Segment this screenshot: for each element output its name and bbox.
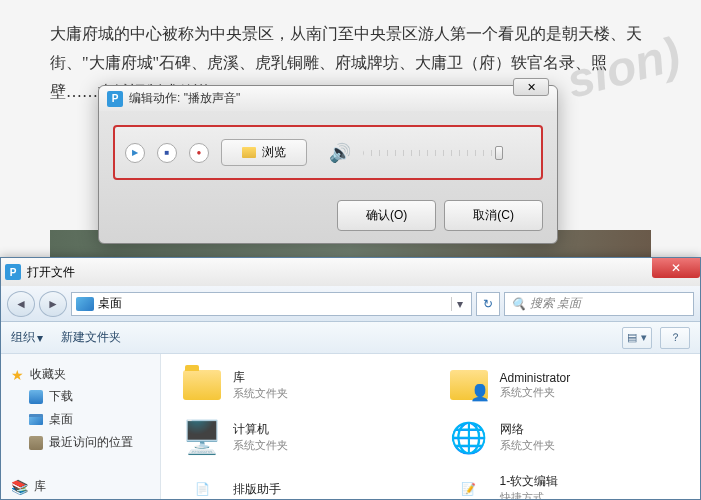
sidebar-item-recent[interactable]: 最近访问的位置 [11, 431, 150, 454]
libraries-folder-icon [181, 366, 223, 404]
user-folder-icon [448, 366, 490, 404]
browse-button[interactable]: 浏览 [221, 139, 307, 166]
network-icon: 🌐 [448, 418, 490, 456]
file-dialog-body: ★ 收藏夹 下载 桌面 最近访问的位置 📚 [1, 354, 700, 499]
file-item-computer[interactable]: 🖥️ 计算机 系统文件夹 [179, 416, 416, 458]
search-input[interactable]: 🔍 搜索 桌面 [504, 292, 694, 316]
sidebar-item-downloads[interactable]: 下载 [11, 385, 150, 408]
close-icon: ✕ [527, 81, 536, 94]
search-icon: 🔍 [511, 297, 526, 311]
sidebar-libraries-group: 📚 库 [1, 472, 160, 500]
address-bar[interactable]: 桌面 ▾ [71, 292, 472, 316]
close-icon: ✕ [671, 261, 681, 275]
desktop-icon [76, 297, 94, 311]
sidebar-libraries-header[interactable]: 📚 库 [11, 476, 150, 497]
open-file-dialog: P 打开文件 ✕ ◄ ► 桌面 ▾ ↻ 🔍 搜索 桌面 组织 ▾ 新建文件夹 ▤… [0, 257, 701, 500]
edit-dialog-title: 编辑动作: "播放声音" [129, 90, 549, 107]
edit-dialog-footer: 确认(O) 取消(C) [99, 194, 557, 243]
path-dropdown-icon[interactable]: ▾ [451, 297, 467, 311]
forward-button[interactable]: ► [39, 291, 67, 317]
file-dialog-close-button[interactable]: ✕ [652, 258, 700, 278]
downloads-icon [29, 390, 43, 404]
edit-action-dialog: ✕ P 编辑动作: "播放声音" ▶ ■ ● 浏览 🔊 确认(O) 取消(C) [98, 85, 558, 244]
stop-button[interactable]: ■ [157, 143, 177, 163]
ok-button[interactable]: 确认(O) [337, 200, 436, 231]
file-item-network[interactable]: 🌐 网络 系统文件夹 [446, 416, 683, 458]
shortcut-icon: 📝 [448, 470, 490, 499]
file-item-administrator[interactable]: Administrator 系统文件夹 [446, 364, 683, 406]
file-list: 库 系统文件夹 Administrator 系统文件夹 🖥️ 计算机 系统文 [161, 354, 700, 499]
browse-label: 浏览 [262, 144, 286, 161]
sidebar-favorites-group: ★ 收藏夹 下载 桌面 最近访问的位置 [1, 360, 160, 458]
record-button[interactable]: ● [189, 143, 209, 163]
cancel-button[interactable]: 取消(C) [444, 200, 543, 231]
sound-controls-panel: ▶ ■ ● 浏览 🔊 [113, 125, 543, 180]
file-icon: 📄 [181, 470, 223, 499]
sidebar: ★ 收藏夹 下载 桌面 最近访问的位置 📚 [1, 354, 161, 499]
star-icon: ★ [11, 367, 24, 383]
edit-dialog-body: ▶ ■ ● 浏览 🔊 [99, 111, 557, 194]
recent-icon [29, 436, 43, 450]
volume-thumb[interactable] [495, 146, 503, 160]
file-dialog-title: 打开文件 [27, 264, 75, 281]
folder-icon [242, 147, 256, 158]
file-item-libraries[interactable]: 库 系统文件夹 [179, 364, 416, 406]
speaker-icon: 🔊 [329, 142, 351, 164]
app-icon: P [107, 91, 123, 107]
library-icon: 📚 [11, 479, 28, 495]
play-button[interactable]: ▶ [125, 143, 145, 163]
path-text: 桌面 [98, 295, 447, 312]
chevron-down-icon: ▾ [37, 331, 43, 345]
file-item-shortcut[interactable]: 📝 1-软文编辑 快捷方式 [446, 468, 683, 499]
edit-dialog-titlebar: P 编辑动作: "播放声音" [99, 86, 557, 111]
file-dialog-titlebar: P 打开文件 ✕ [1, 258, 700, 286]
sidebar-favorites-header[interactable]: ★ 收藏夹 [11, 364, 150, 385]
new-folder-button[interactable]: 新建文件夹 [61, 329, 121, 346]
toolbar-right: ▤ ▾ ？ [622, 327, 690, 349]
file-item-typeset[interactable]: 📄 排版助手 [179, 468, 416, 499]
file-grid: 库 系统文件夹 Administrator 系统文件夹 🖥️ 计算机 系统文 [179, 364, 682, 499]
back-button[interactable]: ◄ [7, 291, 35, 317]
computer-icon: 🖥️ [181, 418, 223, 456]
search-placeholder: 搜索 桌面 [530, 295, 581, 312]
volume-slider[interactable] [363, 150, 503, 156]
sidebar-item-desktop[interactable]: 桌面 [11, 408, 150, 431]
view-mode-button[interactable]: ▤ ▾ [622, 327, 652, 349]
organize-menu[interactable]: 组织 ▾ [11, 329, 43, 346]
toolbar: 组织 ▾ 新建文件夹 ▤ ▾ ？ [1, 322, 700, 354]
edit-dialog-close-button[interactable]: ✕ [513, 78, 549, 96]
navigation-bar: ◄ ► 桌面 ▾ ↻ 🔍 搜索 桌面 [1, 286, 700, 322]
help-button[interactable]: ？ [660, 327, 690, 349]
desktop-icon [29, 414, 43, 425]
refresh-button[interactable]: ↻ [476, 292, 500, 316]
app-icon: P [5, 264, 21, 280]
